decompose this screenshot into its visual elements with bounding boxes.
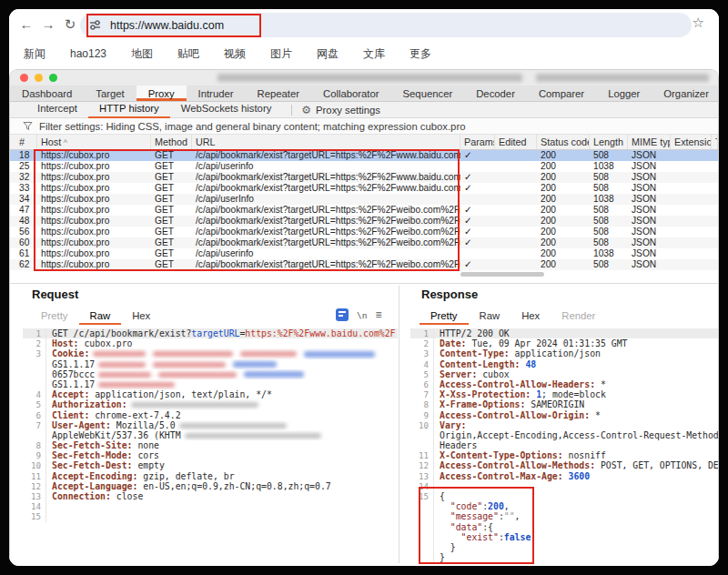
row-cell	[671, 248, 712, 259]
viewtab-hex[interactable]: Hex	[511, 308, 551, 325]
response-editor[interactable]: 1HTTP/2 200 OK2Date: Tue, 09 Apr 2024 01…	[410, 328, 718, 563]
bookmark-item--[interactable]: 视频	[224, 46, 246, 62]
viewtab-hex[interactable]: Hex	[121, 308, 161, 325]
redacted-text	[98, 382, 175, 388]
code-token: cubox.pro	[79, 338, 133, 348]
code-line: 8X-Frame-Options: SAMEORIGIN	[410, 399, 718, 409]
col-t[interactable]: T	[712, 135, 718, 149]
bookmark-item--[interactable]: 更多	[410, 46, 431, 62]
row-cell: JSON	[628, 248, 671, 259]
col-length[interactable]: Length	[590, 135, 628, 149]
tab-organizer[interactable]: Organizer	[652, 86, 719, 101]
bookmark-item--[interactable]: 图片	[270, 46, 292, 62]
line-wrap-icon[interactable]: \n	[357, 310, 367, 320]
col-url[interactable]: URL	[192, 135, 460, 149]
col-params[interactable]: Params	[460, 135, 495, 149]
tab-repeater[interactable]: Repeater	[246, 86, 311, 101]
burp-window: DashboardTargetProxyIntruderRepeaterColl…	[9, 69, 719, 566]
table-row-62[interactable]: 62https://cubox.proGET/c/api/bookmark/ex…	[10, 259, 718, 270]
bookmark-item--[interactable]: 贴吧	[177, 46, 199, 62]
reload-icon[interactable]: ↻	[60, 14, 80, 35]
url-text[interactable]: https://www.baidu.com	[110, 19, 224, 32]
viewtab-raw[interactable]: Raw	[469, 308, 511, 325]
code-text: Content-Length: 48	[434, 359, 718, 369]
horizontal-scrollbar[interactable]	[460, 272, 544, 277]
back-icon[interactable]: ←	[16, 14, 36, 35]
panel-divider-vertical[interactable]	[399, 286, 399, 563]
prettify-icon[interactable]	[336, 308, 349, 321]
table-row-48[interactable]: 48https://cubox.proGET/c/api/bookmark/ex…	[10, 216, 718, 227]
col-host[interactable]: Host ^	[37, 135, 151, 149]
bookmark-item--[interactable]: 地图	[131, 46, 153, 62]
table-row-32[interactable]: 32https://cubox.proGET/c/api/bookmark/ex…	[10, 172, 718, 183]
tab-decoder[interactable]: Decoder	[464, 86, 527, 101]
line-number	[410, 511, 434, 521]
row-cell	[495, 172, 537, 183]
row-cell: 200	[537, 259, 590, 270]
table-row-34[interactable]: 34https://cubox.proGET/c/api/userInfo200…	[10, 194, 718, 205]
code-line: 1HTTP/2 200 OK	[410, 328, 718, 338]
blurred-window-title	[217, 74, 522, 82]
subtab-http-history[interactable]: HTTP history	[88, 101, 170, 118]
bookmark-item--[interactable]: 网盘	[317, 46, 339, 62]
col-method[interactable]: Method	[151, 135, 192, 149]
close-traffic-light[interactable]	[20, 74, 28, 82]
line-number: 14	[23, 501, 46, 511]
line-number	[410, 522, 434, 532]
viewtab-render[interactable]: Render	[551, 308, 606, 325]
code-line: 6Access-Control-Allow-Headers: *	[410, 379, 718, 389]
table-row-61[interactable]: 61https://cubox.proGET/c/api/userinfo200…	[10, 248, 718, 259]
bookmark-item-hao123[interactable]: hao123	[70, 47, 106, 60]
site-settings-icon[interactable]	[88, 18, 102, 32]
viewtab-raw[interactable]: Raw	[79, 308, 122, 325]
code-token: {	[440, 491, 445, 501]
table-row-56[interactable]: 56https://cubox.proGET/c/api/bookmark/ex…	[10, 227, 718, 237]
redacted-text	[131, 402, 258, 408]
burp-titlebar	[10, 70, 718, 86]
request-editor[interactable]: 1GET /c/api/bookmark/exist?targetURL=htt…	[23, 328, 398, 560]
tab-intruder[interactable]: Intruder	[187, 86, 246, 101]
code-token: Origin,Accept-Encoding,Access-Control-Re…	[440, 430, 718, 440]
table-row-18[interactable]: 18https://cubox.proGET/c/api/bookmark/ex…	[10, 150, 718, 161]
tab-proxy[interactable]: Proxy	[136, 86, 187, 101]
tab-proxy-settings[interactable]: ⚙ Proxy settings	[301, 104, 380, 116]
col-edited[interactable]: Edited	[495, 135, 537, 149]
forward-icon[interactable]: →	[38, 14, 58, 35]
bookmark-item--[interactable]: 新闻	[24, 46, 46, 62]
table-row-33[interactable]: 33https://cubox.proGET/c/api/bookmark/ex…	[10, 183, 718, 194]
code-token: HTTP/1.1	[396, 328, 398, 338]
minimize-traffic-light[interactable]	[35, 74, 43, 82]
table-row-25[interactable]: 25https://cubox.proGET/c/api/userinfo200…	[10, 161, 718, 172]
code-line: 7X-Xss-Protection: 1; mode=block	[410, 389, 718, 399]
code-text	[434, 481, 718, 491]
table-row-60[interactable]: 60https://cubox.proGET/c/api/bookmark/ex…	[10, 237, 718, 248]
table-row-47[interactable]: 47https://cubox.proGET/c/api/bookmark/ex…	[10, 205, 718, 216]
bookmark-item--[interactable]: 文库	[363, 46, 385, 62]
col-status-code[interactable]: Status code	[537, 135, 590, 149]
tab-comparer[interactable]: Comparer	[527, 86, 596, 101]
row-cell: GET	[151, 216, 192, 227]
code-line: 4Accept: application/json, text/plain, *…	[23, 389, 398, 399]
tab-logger[interactable]: Logger	[596, 86, 652, 101]
maximize-traffic-light[interactable]	[49, 74, 57, 82]
code-token: Client:	[52, 410, 89, 420]
col-mime-type[interactable]: MIME type	[628, 135, 671, 149]
filter-bar[interactable]: Filter settings: Hiding CSS, image and g…	[10, 118, 718, 135]
line-number: 2	[410, 338, 434, 348]
subtab-intercept[interactable]: Intercept	[26, 101, 88, 118]
line-number	[410, 532, 434, 542]
tab-sequencer[interactable]: Sequencer	[391, 86, 465, 101]
bookmark-star-icon[interactable]: ☆	[693, 15, 704, 31]
viewtab-pretty[interactable]: Pretty	[420, 308, 469, 325]
viewtab-pretty[interactable]: Pretty	[30, 308, 79, 325]
url-bar[interactable]: https://www.baidu.com	[80, 13, 692, 37]
subtab-websockets-history[interactable]: WebSockets history	[170, 101, 283, 118]
col-extension[interactable]: Extension	[671, 135, 712, 149]
tab-collaborator[interactable]: Collaborator	[311, 86, 391, 101]
row-cell	[712, 248, 718, 259]
proxy-settings-label: Proxy settings	[316, 105, 380, 116]
tab-target[interactable]: Target	[84, 86, 136, 101]
hamburger-menu-icon[interactable]: ≡	[375, 308, 381, 321]
tab-dashboard[interactable]: Dashboard	[10, 86, 84, 101]
col--[interactable]: #	[10, 135, 37, 149]
